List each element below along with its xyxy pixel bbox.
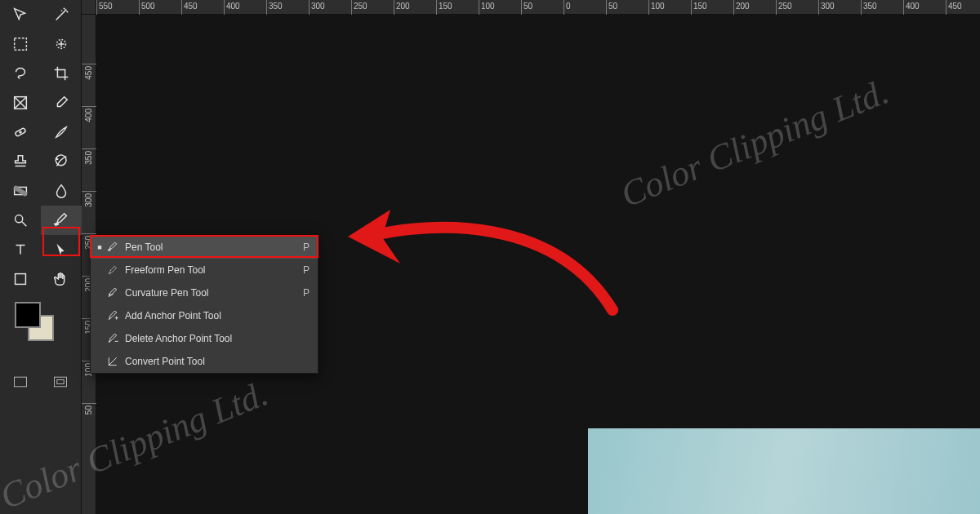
flyout-label: Add Anchor Point Tool bbox=[125, 310, 310, 321]
standard-mode-icon[interactable] bbox=[11, 374, 29, 393]
flyout-item-freeform-pen[interactable]: Freeform Pen ToolP bbox=[91, 259, 318, 281]
convert-point-icon bbox=[104, 355, 122, 368]
lasso-tool[interactable] bbox=[0, 59, 41, 88]
ruler-h-label: 300 bbox=[821, 2, 835, 11]
shape-tool[interactable] bbox=[0, 264, 41, 294]
flyout-item-pen[interactable]: ■Pen ToolP bbox=[91, 236, 318, 259]
ruler-h-label: 0 bbox=[566, 2, 571, 11]
shortcut-key: P bbox=[303, 241, 310, 253]
flyout-item-convert-point[interactable]: Convert Point Tool bbox=[91, 350, 318, 373]
gradient-tool[interactable] bbox=[0, 176, 41, 206]
type-tool[interactable] bbox=[0, 235, 41, 264]
path-select-tool[interactable] bbox=[41, 235, 82, 264]
ruler-v-label: 50 bbox=[84, 405, 93, 414]
svg-point-5 bbox=[16, 215, 23, 223]
move-tool[interactable] bbox=[0, 0, 41, 29]
flyout-label: Delete Anchor Point Tool bbox=[125, 333, 310, 344]
active-bullet: ■ bbox=[96, 243, 104, 251]
shortcut-key: P bbox=[303, 264, 310, 276]
image-content bbox=[588, 428, 980, 514]
ruler-h-label: 100 bbox=[651, 2, 665, 11]
stamp-tool[interactable] bbox=[0, 147, 41, 176]
ruler-h-label: 450 bbox=[948, 2, 962, 11]
ruler-v-label: 300 bbox=[84, 193, 93, 207]
wand-tool[interactable] bbox=[41, 0, 82, 29]
ruler-h-label: 350 bbox=[863, 2, 877, 11]
svg-rect-10 bbox=[57, 380, 64, 384]
eyedropper-tool[interactable] bbox=[41, 88, 82, 117]
ruler-h-label: 200 bbox=[736, 2, 750, 11]
ruler-h-label: 400 bbox=[906, 2, 920, 11]
brush-tool[interactable] bbox=[41, 117, 82, 147]
ruler-horizontal: 5505004504003503002502001501005005010015… bbox=[96, 0, 980, 15]
quick-select-tool[interactable] bbox=[41, 29, 82, 59]
ruler-h-label: 250 bbox=[354, 2, 368, 11]
svg-rect-9 bbox=[55, 377, 67, 387]
hand-tool[interactable] bbox=[41, 264, 82, 294]
history-brush-tool[interactable] bbox=[41, 147, 82, 176]
ruler-h-label: 350 bbox=[269, 2, 283, 11]
dodge-tool[interactable] bbox=[0, 206, 41, 235]
color-swatches[interactable] bbox=[15, 302, 64, 349]
flyout-item-add-anchor[interactable]: Add Anchor Point Tool bbox=[91, 304, 318, 327]
tools-panel bbox=[0, 0, 82, 514]
svg-point-11 bbox=[109, 250, 110, 250]
svg-rect-7 bbox=[16, 274, 26, 285]
healing-tool[interactable] bbox=[0, 117, 41, 147]
ruler-h-label: 100 bbox=[481, 2, 495, 11]
shortcut-key: P bbox=[303, 287, 310, 299]
ruler-v-label: 450 bbox=[84, 66, 93, 80]
quick-mask-icon[interactable] bbox=[51, 374, 69, 393]
blur-tool[interactable] bbox=[41, 176, 82, 206]
ruler-h-label: 50 bbox=[608, 2, 617, 11]
foreground-color-swatch[interactable] bbox=[15, 302, 41, 328]
ruler-h-label: 550 bbox=[99, 2, 113, 11]
flyout-item-delete-anchor[interactable]: Delete Anchor Point Tool bbox=[91, 327, 318, 350]
frame-tool[interactable] bbox=[0, 88, 41, 117]
ruler-h-label: 150 bbox=[693, 2, 707, 11]
freeform-pen-icon bbox=[104, 264, 122, 277]
pen-icon bbox=[104, 241, 122, 254]
ruler-h-label: 500 bbox=[141, 2, 155, 11]
ruler-h-label: 400 bbox=[226, 2, 240, 11]
flyout-label: Convert Point Tool bbox=[125, 356, 310, 367]
flyout-label: Pen Tool bbox=[125, 241, 303, 253]
curvature-pen-icon bbox=[104, 286, 122, 299]
ruler-h-label: 300 bbox=[311, 2, 325, 11]
svg-point-6 bbox=[57, 224, 59, 225]
pen-tool-flyout: ■Pen ToolPFreeform Pen ToolPCurvature Pe… bbox=[90, 235, 318, 374]
marquee-tool[interactable] bbox=[0, 29, 41, 59]
delete-anchor-icon bbox=[104, 332, 122, 345]
svg-rect-0 bbox=[15, 38, 27, 51]
pen-tool[interactable] bbox=[41, 206, 82, 235]
ruler-h-label: 450 bbox=[184, 2, 198, 11]
ruler-h-label: 250 bbox=[778, 2, 792, 11]
flyout-label: Freeform Pen Tool bbox=[125, 264, 303, 276]
ruler-corner bbox=[82, 0, 96, 15]
ruler-h-label: 50 bbox=[523, 2, 532, 11]
ruler-h-label: 150 bbox=[439, 2, 452, 11]
flyout-label: Curvature Pen Tool bbox=[125, 287, 303, 299]
crop-tool[interactable] bbox=[41, 59, 82, 88]
ruler-v-label: 400 bbox=[84, 109, 93, 122]
svg-rect-8 bbox=[14, 377, 26, 387]
ruler-h-label: 200 bbox=[396, 2, 410, 11]
add-anchor-icon bbox=[104, 309, 122, 322]
ruler-v-label: 350 bbox=[84, 151, 93, 165]
flyout-item-curvature-pen[interactable]: Curvature Pen ToolP bbox=[91, 281, 318, 304]
